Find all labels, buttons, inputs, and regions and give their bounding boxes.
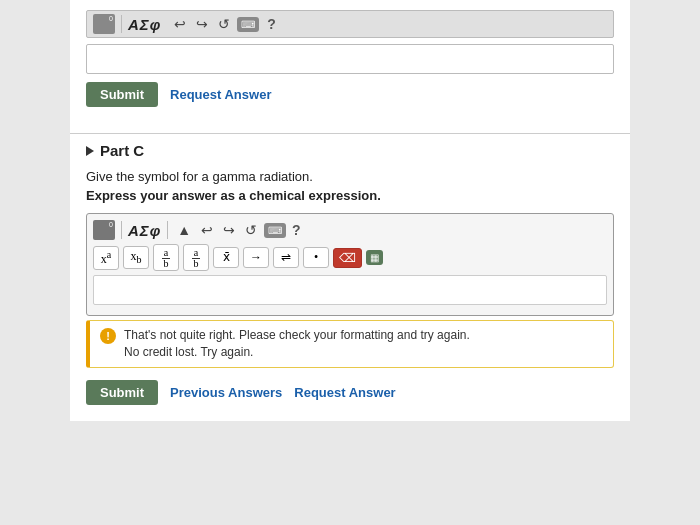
editor-cursor-btn[interactable]: ▲ xyxy=(174,222,194,238)
editor-toolbar-row2: xa xb a b a b x̄ → xyxy=(93,244,607,271)
editor-redo-btn[interactable]: ↪ xyxy=(220,222,238,238)
editor-icon[interactable] xyxy=(93,220,115,240)
editor-box: ΑΣφ ▲ ↩ ↪ ↺ ⌨ ? xa xb a b xyxy=(86,213,614,316)
error-message-box: ! That's not quite right. Please check y… xyxy=(86,320,614,368)
part-c-request-answer-button[interactable]: Request Answer xyxy=(294,385,395,400)
editor-sep1 xyxy=(121,221,122,239)
editor-sep2 xyxy=(167,221,168,239)
toolbar-help: ? xyxy=(267,16,276,32)
math-fraction-btn[interactable]: a b xyxy=(153,244,179,271)
page-wrapper: ΑΣφ ↩ ↪ ↺ ⌨ ? Submit Request Answer Part… xyxy=(0,0,700,525)
top-bottom-buttons: Submit Request Answer xyxy=(86,82,614,115)
top-answer-input[interactable] xyxy=(86,44,614,74)
toolbar-refresh-btn[interactable]: ↺ xyxy=(215,16,233,32)
part-c-section: Part C Give the symbol for a gamma radia… xyxy=(70,142,630,405)
math-arrow-btn[interactable]: → xyxy=(243,247,269,268)
toolbar-icon xyxy=(93,14,115,34)
math-delete-btn[interactable]: ⌫ xyxy=(333,248,362,268)
error-text: That's not quite right. Please check you… xyxy=(124,327,470,361)
part-c-submit-button[interactable]: Submit xyxy=(86,380,158,405)
toolbar-label: ΑΣφ xyxy=(128,16,161,33)
editor-toolbar-row1: ΑΣφ ▲ ↩ ↪ ↺ ⌨ ? xyxy=(93,220,607,240)
error-icon: ! xyxy=(100,328,116,344)
math-equilibrium-btn[interactable]: ⇌ xyxy=(273,247,299,268)
math-display-fraction-btn[interactable]: a b xyxy=(183,244,209,271)
question-text-2: Express your answer as a chemical expres… xyxy=(86,188,614,203)
editor-label: ΑΣφ xyxy=(128,222,161,239)
previous-answers-button[interactable]: Previous Answers xyxy=(170,385,282,400)
math-dot-btn[interactable]: • xyxy=(303,247,329,268)
toolbar-keyboard-btn[interactable]: ⌨ xyxy=(237,17,259,32)
editor-input[interactable] xyxy=(93,275,607,305)
top-request-answer-button[interactable]: Request Answer xyxy=(170,87,271,102)
top-submit-button[interactable]: Submit xyxy=(86,82,158,107)
editor-refresh-btn[interactable]: ↺ xyxy=(242,222,260,238)
content-area: ΑΣφ ↩ ↪ ↺ ⌨ ? Submit Request Answer Part… xyxy=(70,0,630,421)
collapse-triangle-icon[interactable] xyxy=(86,146,94,156)
top-section: ΑΣφ ↩ ↪ ↺ ⌨ ? Submit Request Answer xyxy=(70,10,630,125)
math-color-btn[interactable]: ▦ xyxy=(366,250,383,265)
math-x-superscript-btn[interactable]: xa xyxy=(93,246,119,270)
part-c-title: Part C xyxy=(100,142,144,159)
top-toolbar: ΑΣφ ↩ ↪ ↺ ⌨ ? xyxy=(86,10,614,38)
question-text-1: Give the symbol for a gamma radiation. xyxy=(86,169,614,184)
part-c-bottom-buttons: Submit Previous Answers Request Answer xyxy=(86,376,614,405)
section-divider xyxy=(70,133,630,134)
toolbar-separator xyxy=(121,15,122,33)
editor-keyboard-btn[interactable]: ⌨ xyxy=(264,223,286,238)
math-x-subscript-btn[interactable]: xb xyxy=(123,246,149,268)
editor-undo-btn[interactable]: ↩ xyxy=(198,222,216,238)
part-c-header: Part C xyxy=(86,142,614,159)
toolbar-undo-btn[interactable]: ↩ xyxy=(171,16,189,32)
editor-help: ? xyxy=(292,222,301,238)
toolbar-redo-btn[interactable]: ↪ xyxy=(193,16,211,32)
math-xbar-btn[interactable]: x̄ xyxy=(213,247,239,268)
